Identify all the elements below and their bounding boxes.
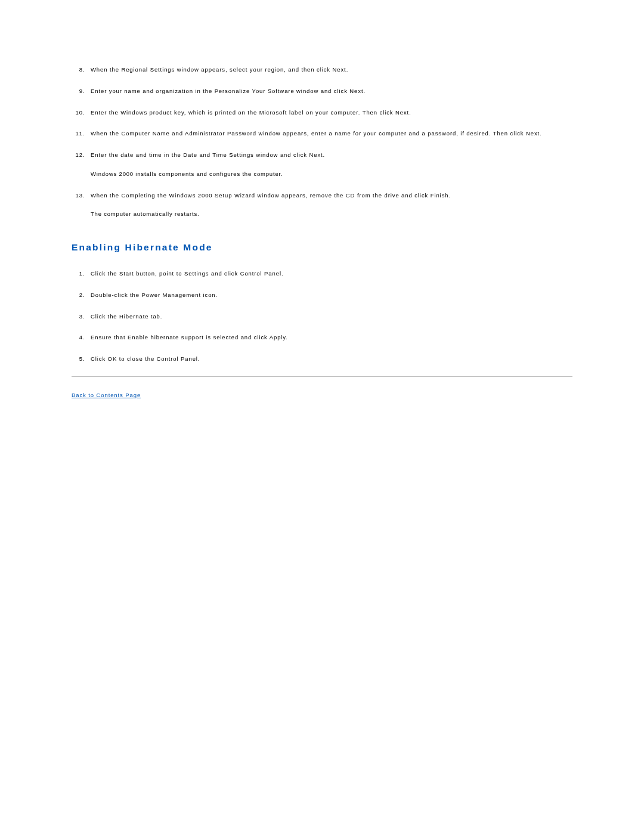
step-text: Ensure that Enable hibernate support is … [91, 334, 288, 340]
hibernate-steps-list: Click the Start button, point to Setting… [72, 270, 572, 363]
section-heading: Enabling Hibernate Mode [72, 242, 572, 253]
list-item: Enter the Windows product key, which is … [87, 109, 572, 117]
step-text: Enter your name and organization in the … [91, 88, 366, 94]
back-to-contents-link[interactable]: Back to Contents Page [72, 392, 141, 398]
list-item: Click OK to close the Control Panel. [87, 355, 572, 363]
list-item: When the Completing the Windows 2000 Set… [87, 191, 572, 219]
step-text: When the Completing the Windows 2000 Set… [91, 192, 451, 199]
step-subtext: Windows 2000 installs components and con… [91, 170, 572, 178]
horizontal-divider [72, 376, 572, 377]
step-text: Enter the Windows product key, which is … [91, 109, 411, 116]
list-item: Click the Start button, point to Setting… [87, 270, 572, 278]
setup-steps-list: When the Regional Settings window appear… [72, 66, 572, 218]
step-text: Click the Hibernate tab. [91, 313, 162, 320]
list-item: When the Regional Settings window appear… [87, 66, 572, 74]
list-item: When the Computer Name and Administrator… [87, 129, 572, 138]
list-item: Double-click the Power Management icon. [87, 291, 572, 299]
step-text: Click OK to close the Control Panel. [91, 355, 200, 362]
list-item: Enter the date and time in the Date and … [87, 151, 572, 178]
step-subtext: The computer automatically restarts. [91, 210, 572, 218]
page-body: When the Regional Settings window appear… [0, 0, 644, 400]
list-item: Enter your name and organization in the … [87, 87, 572, 95]
step-text: When the Regional Settings window appear… [91, 66, 348, 73]
step-text: Click the Start button, point to Setting… [91, 270, 283, 277]
step-text: When the Computer Name and Administrator… [91, 130, 542, 137]
list-item: Ensure that Enable hibernate support is … [87, 333, 572, 342]
step-text: Enter the date and time in the Date and … [91, 151, 325, 158]
step-text: Double-click the Power Management icon. [91, 292, 218, 298]
list-item: Click the Hibernate tab. [87, 312, 572, 321]
